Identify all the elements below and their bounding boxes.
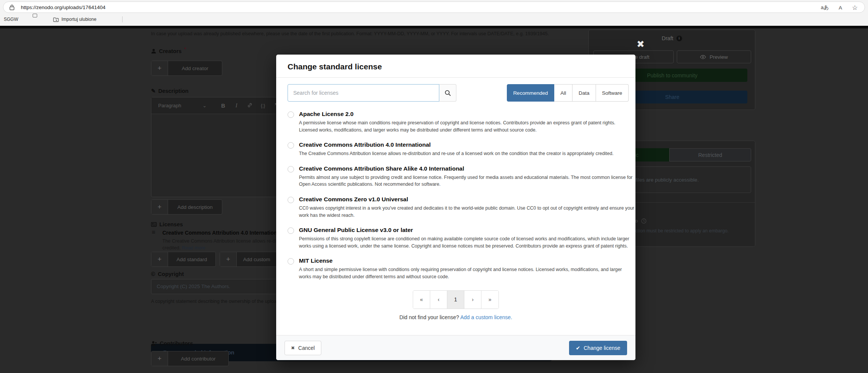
eye-icon — [700, 55, 706, 59]
page-prev-button[interactable]: ‹ — [430, 291, 447, 309]
filter-recommended[interactable]: Recommended — [507, 84, 555, 102]
required-mark: * — [184, 47, 186, 52]
license-option: Creative Commons Attribution 4.0 Interna… — [288, 141, 631, 157]
lock-icon — [9, 5, 14, 10]
pencil-icon: ✎ — [151, 88, 156, 94]
page-last-button[interactable]: » — [481, 291, 498, 309]
url-text[interactable]: https://zenodo.org/uploads/17641404 — [21, 2, 105, 13]
person-icon — [151, 49, 156, 54]
draft-status-badge: Draft — [662, 35, 673, 41]
publication-date-help: In case your upload was already publishe… — [151, 31, 559, 36]
license-list: Apache License 2.0A permissive license w… — [288, 111, 631, 281]
check-icon: ✔ — [576, 345, 580, 351]
license-description: A permissive license whose main conditio… — [299, 119, 635, 133]
page-first-button[interactable]: « — [413, 291, 430, 309]
read-aloud-icon[interactable]: A — [839, 5, 842, 11]
favorites-star-icon[interactable]: ☆ — [852, 4, 858, 12]
license-radio[interactable] — [288, 111, 294, 118]
filter-data[interactable]: Data — [572, 84, 596, 102]
license-radio[interactable] — [288, 142, 294, 149]
description-heading: ✎ Description — [151, 88, 189, 94]
license-radio[interactable] — [288, 166, 294, 172]
license-card-icon — [151, 222, 157, 227]
license-filter-group: RecommendedAllDataSoftware — [507, 84, 629, 102]
bookmark-favicon-icon[interactable] — [33, 14, 37, 17]
import-folder-icon — [53, 17, 59, 22]
add-custom-button[interactable]: + Add custom — [220, 252, 277, 267]
bold-button[interactable]: B — [217, 103, 230, 109]
license-search-input[interactable] — [288, 84, 439, 102]
search-button[interactable] — [439, 84, 456, 102]
add-description-button[interactable]: + Add description — [151, 199, 222, 215]
person-plus-icon — [151, 341, 157, 346]
license-name: MIT License — [299, 257, 631, 264]
drag-handle-icon[interactable]: ≡ — [152, 229, 155, 236]
license-option: MIT LicenseA short and simple permissive… — [288, 257, 631, 280]
license-description: The Creative Commons Attribution license… — [299, 150, 635, 157]
license-name: Apache License 2.0 — [299, 111, 631, 118]
add-standard-button[interactable]: + Add standard — [151, 252, 216, 267]
x-icon: ✖ — [291, 345, 295, 351]
page-next-button[interactable]: › — [464, 291, 481, 309]
cancel-button[interactable]: ✖ Cancel — [285, 341, 321, 355]
license-option: Creative Commons Zero v1.0 UniversalCC0 … — [288, 196, 631, 219]
plus-icon: + — [151, 252, 168, 266]
bookmarks-divider — [122, 16, 123, 22]
italic-button[interactable]: I — [230, 102, 243, 109]
license-description: Permits almost any use subject to provid… — [299, 174, 635, 188]
modal-title: Change standard license — [288, 62, 624, 71]
copyright-icon: © — [151, 271, 155, 277]
license-name: Creative Commons Attribution Share Alike… — [299, 165, 631, 172]
license-radio[interactable] — [288, 197, 294, 203]
add-creator-button[interactable]: + Add creator — [151, 61, 222, 76]
license-option: Creative Commons Attribution Share Alike… — [288, 165, 631, 188]
bookmark-sggw[interactable]: SGGW — [4, 14, 18, 25]
clock-icon — [641, 218, 646, 224]
read-more-link[interactable]: Read more — [182, 245, 205, 251]
license-name: Creative Commons Attribution 4.0 Interna… — [299, 141, 631, 148]
import-favorites-button[interactable]: Importuj ulubione — [53, 14, 96, 25]
license-radio[interactable] — [288, 227, 294, 234]
page-number-button[interactable]: 1 — [447, 291, 464, 309]
screen: https://zenodo.org/uploads/17641404 aあ A… — [0, 0, 868, 373]
not-found-row: Did not find your license? Add a custom … — [288, 314, 624, 320]
paragraph-dropdown[interactable]: Paragraph ⌄ — [158, 103, 217, 108]
plus-icon: + — [220, 252, 237, 266]
page-header-strip — [0, 26, 868, 28]
license-name: GNU General Public License v3.0 or later — [299, 227, 631, 234]
chevron-down-icon: ⌄ — [203, 103, 207, 108]
filter-all[interactable]: All — [554, 84, 572, 102]
info-icon[interactable]: i — [676, 36, 682, 41]
modal-footer: ✖ Cancel ✔ Change license — [276, 335, 635, 360]
license-name: Creative Commons Zero v1.0 Universal — [299, 196, 631, 203]
bookmarks-bar: SGGW Importuj ulubione — [0, 14, 868, 25]
creators-heading: Creators* — [151, 48, 186, 54]
modal-close-icon[interactable]: ✖ — [637, 39, 645, 50]
contributors-heading: Contributors — [151, 340, 193, 346]
link-button[interactable] — [243, 102, 256, 109]
change-license-modal: Change standard license RecommendedAllDa… — [276, 55, 635, 360]
change-license-button[interactable]: ✔ Change license — [569, 341, 627, 355]
code-button[interactable]: {;} — [256, 103, 270, 108]
filter-software[interactable]: Software — [596, 84, 629, 102]
add-contributor-button[interactable]: + Add contributor — [151, 351, 229, 366]
selected-license-title: Creative Commons Attribution 4.0 Interna… — [162, 230, 281, 236]
modal-header: Change standard license — [276, 55, 635, 78]
translate-icon[interactable]: aあ — [821, 4, 829, 11]
license-radio[interactable] — [288, 258, 294, 265]
preview-button[interactable]: Preview — [677, 50, 751, 63]
licenses-heading: Licenses — [151, 221, 183, 227]
plus-icon: + — [151, 61, 168, 75]
plus-icon: + — [151, 351, 168, 366]
search-icon — [445, 90, 451, 96]
plus-icon: + — [151, 200, 168, 214]
license-description: Permissions of this strong copyleft lice… — [299, 235, 635, 249]
pagination: «‹1›» — [413, 290, 499, 309]
browser-chrome: https://zenodo.org/uploads/17641404 aあ A… — [0, 0, 868, 26]
visibility-restricted-button[interactable]: Restricted — [669, 148, 751, 161]
license-option: GNU General Public License v3.0 or later… — [288, 227, 631, 249]
copyright-heading: © Copyright — [151, 271, 184, 277]
add-custom-license-link[interactable]: Add a custom license. — [460, 314, 512, 320]
license-option: Apache License 2.0A permissive license w… — [288, 111, 631, 133]
address-bar[interactable]: https://zenodo.org/uploads/17641404 aあ A… — [3, 2, 865, 13]
